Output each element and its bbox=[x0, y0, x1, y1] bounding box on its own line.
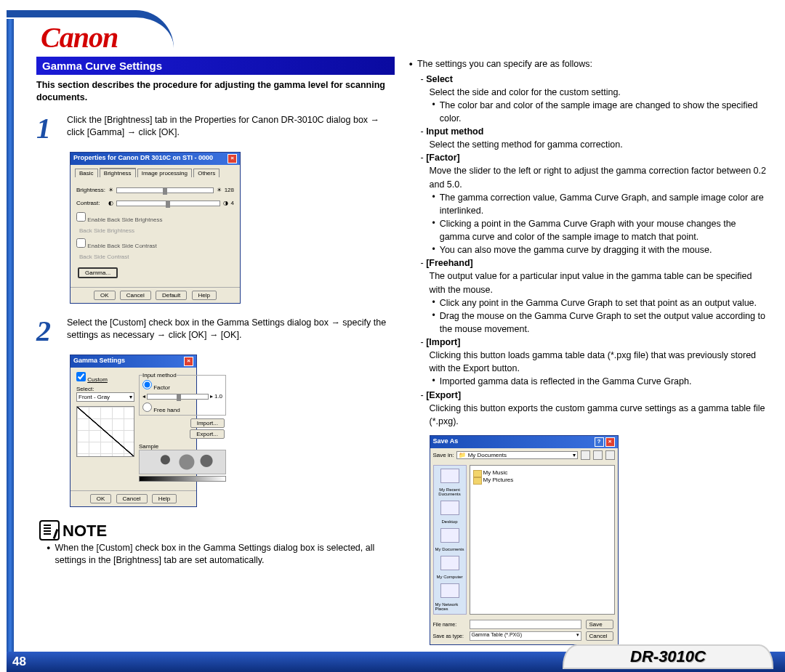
help-icon[interactable]: ? bbox=[595, 437, 604, 447]
note-heading: NOTE bbox=[36, 520, 395, 541]
places-bar: My Recent Documents Desktop My Documents… bbox=[433, 465, 467, 615]
place-mydocs[interactable] bbox=[440, 528, 459, 543]
views-icon[interactable] bbox=[605, 450, 615, 460]
custom-checkbox[interactable] bbox=[76, 372, 86, 381]
import-button[interactable]: Import... bbox=[190, 418, 225, 428]
opt-input-desc: Select the setting method for gamma corr… bbox=[430, 138, 768, 151]
place-mycomputer[interactable] bbox=[440, 556, 459, 570]
right-intro: The settings you can specify are as foll… bbox=[409, 58, 768, 71]
opt-freehand-b2: Drag the mouse on the Gamma Curve Graph … bbox=[432, 309, 768, 336]
cancel-button[interactable]: Cancel bbox=[120, 291, 151, 300]
gradient-bar bbox=[139, 476, 226, 482]
help-button[interactable]: Help bbox=[152, 494, 177, 503]
input-method-legend: Input method bbox=[142, 372, 177, 378]
cancel-button[interactable]: Cancel bbox=[586, 631, 613, 641]
opt-export: [Export] bbox=[426, 390, 461, 400]
figure-save-as-dialog: Save As ? × Save in: 📁 My Documents▾ My … bbox=[430, 435, 768, 645]
opt-freehand-b1: Click any point in the Gamma Curve Graph… bbox=[432, 296, 768, 309]
freehand-radio[interactable] bbox=[142, 402, 152, 412]
tab-others[interactable]: Others bbox=[193, 169, 220, 177]
ok-button[interactable]: OK bbox=[94, 291, 116, 300]
dialog-title: Properties for Canon DR 3010C on STI - 0… bbox=[73, 154, 213, 163]
filename-input[interactable] bbox=[470, 620, 581, 629]
gamma-curve-graph[interactable] bbox=[76, 406, 134, 457]
contrast-value: 4 bbox=[231, 200, 234, 206]
opt-factor: [Factor] bbox=[426, 153, 460, 163]
place-recent[interactable] bbox=[440, 469, 459, 483]
section-title-bar: Gamma Curve Settings bbox=[36, 57, 395, 75]
dialog-title: Save As bbox=[433, 437, 459, 447]
step-2: 2 Select the [Custom] check box in the G… bbox=[36, 317, 395, 346]
factor-slider[interactable] bbox=[147, 394, 209, 400]
savein-label: Save in: bbox=[433, 452, 454, 458]
page-number: 48 bbox=[12, 655, 26, 669]
step-number: 2 bbox=[36, 317, 57, 346]
contrast-label: Contrast: bbox=[76, 200, 105, 206]
savetype-combo[interactable]: Gamma Table (*.PXG)▾ bbox=[470, 631, 581, 641]
backside-brightness-label: Back Side Brightness bbox=[79, 227, 234, 234]
cancel-button[interactable]: Cancel bbox=[116, 494, 148, 503]
filename-label: File name: bbox=[433, 622, 467, 627]
save-button[interactable]: Save bbox=[586, 620, 613, 629]
step-number: 1 bbox=[36, 114, 57, 143]
sample-image bbox=[139, 450, 226, 474]
folder-item[interactable]: My Pictures bbox=[473, 477, 611, 483]
opt-freehand-desc: The output value for a particular input … bbox=[430, 270, 768, 296]
default-button[interactable]: Default bbox=[156, 291, 187, 300]
opt-factor-b3: You can also move the gamma curve by dra… bbox=[432, 243, 768, 256]
opt-select-b1: The color bar and color of the sample im… bbox=[432, 99, 768, 125]
factor-radio[interactable] bbox=[142, 380, 152, 389]
select-label: Select: bbox=[76, 386, 134, 392]
figure-gamma-settings-dialog: Gamma Settings × Custom Select: Front - … bbox=[70, 355, 395, 507]
folder-item[interactable]: My Music bbox=[473, 469, 611, 476]
opt-import-desc: Clicking this button loads gamma table d… bbox=[430, 349, 768, 375]
tab-basic[interactable]: Basic bbox=[75, 169, 98, 177]
ok-button[interactable]: OK bbox=[90, 494, 112, 503]
up-folder-icon[interactable] bbox=[581, 450, 590, 460]
brightness-value: 128 bbox=[225, 187, 234, 193]
opt-export-desc: Clicking this button exports the custom … bbox=[430, 402, 768, 428]
close-icon[interactable]: × bbox=[184, 357, 193, 366]
checkbox-backside-brightness[interactable] bbox=[76, 212, 86, 222]
note-bullet: When the [Custom] check box in the Gamma… bbox=[47, 542, 395, 567]
note-icon bbox=[39, 520, 60, 541]
help-button[interactable]: Help bbox=[192, 291, 217, 300]
step-text: Select the [Custom] check box in the Gam… bbox=[67, 317, 395, 346]
gamma-button[interactable]: Gamma... bbox=[78, 267, 118, 278]
place-network[interactable] bbox=[440, 583, 459, 598]
tab-brightness[interactable]: Brightness bbox=[100, 168, 136, 177]
opt-factor-b1: The gamma correction value, Gamma Curve … bbox=[432, 191, 768, 217]
opt-import: [Import] bbox=[426, 337, 460, 347]
file-listing[interactable]: My Music My Pictures bbox=[470, 465, 615, 615]
new-folder-icon[interactable] bbox=[593, 450, 603, 460]
close-icon[interactable]: × bbox=[228, 154, 237, 163]
contrast-slider[interactable] bbox=[116, 201, 220, 206]
savein-combo[interactable]: 📁 My Documents▾ bbox=[456, 451, 577, 459]
select-combo[interactable]: Front - Gray▾ bbox=[76, 392, 134, 402]
step-1: 1 Click the [Brightness] tab in the Prop… bbox=[36, 114, 395, 143]
checkbox-backside-contrast[interactable] bbox=[76, 238, 86, 248]
dialog-title: Gamma Settings bbox=[73, 357, 125, 366]
section-intro: This section describes the procedure for… bbox=[36, 79, 395, 104]
brightness-label: Brightness: bbox=[76, 187, 105, 193]
brightness-slider[interactable] bbox=[116, 187, 214, 193]
tab-image-processing[interactable]: Image processing bbox=[137, 169, 192, 177]
opt-input-method: Input method bbox=[426, 126, 483, 137]
opt-import-b1: Imported gamma data is reflected in the … bbox=[432, 375, 768, 388]
place-desktop[interactable] bbox=[440, 501, 459, 515]
canon-logo: Canon bbox=[41, 20, 118, 54]
opt-factor-desc: Move the slider to the left or right to … bbox=[430, 164, 768, 190]
step-text: Click the [Brightness] tab in the Proper… bbox=[67, 114, 395, 143]
opt-select: Select bbox=[426, 74, 453, 84]
page-footer: 48 DR-3010C bbox=[7, 640, 785, 672]
close-icon[interactable]: × bbox=[605, 437, 615, 447]
figure-properties-dialog: Properties for Canon DR 3010C on STI - 0… bbox=[70, 152, 395, 304]
savetype-label: Save as type: bbox=[433, 633, 467, 639]
sample-label: Sample bbox=[139, 443, 226, 450]
opt-factor-b2: Clicking a point in the Gamma Curve Grap… bbox=[432, 217, 768, 243]
note-label: NOTE bbox=[63, 522, 107, 541]
opt-select-desc: Select the side and color for the custom… bbox=[430, 86, 768, 99]
backside-contrast-label: Back Side Contrast bbox=[79, 254, 234, 260]
export-button[interactable]: Export... bbox=[190, 429, 225, 439]
model-badge: DR-3010C bbox=[563, 644, 773, 669]
